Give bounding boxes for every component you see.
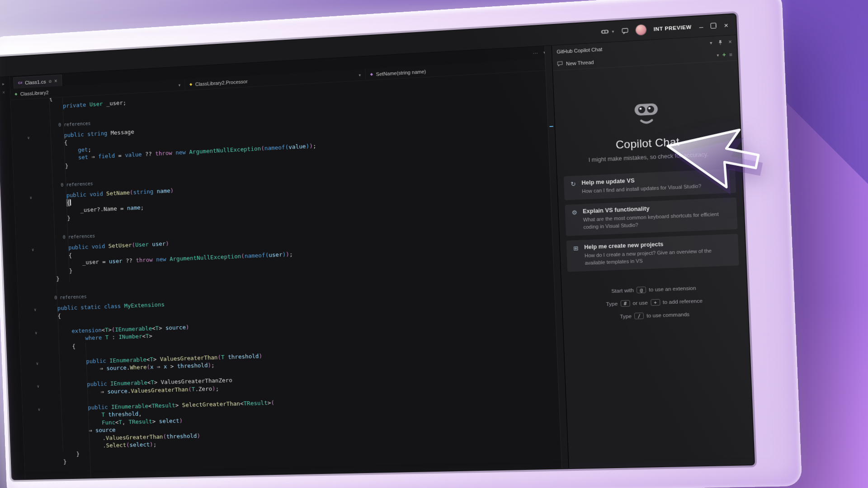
desktop-background: ▾ INT PREVIEW – × ▸ × xyxy=(0,0,868,488)
tab-close-icon[interactable]: × xyxy=(54,78,57,84)
fold-chevron-icon[interactable]: ∨ xyxy=(38,406,41,413)
breadcrumb-label: ClassLibrary2 xyxy=(20,89,49,96)
tab-overflow-icon[interactable]: ⋯ xyxy=(533,50,538,56)
hint-key-chip: / xyxy=(634,313,644,319)
hint-text: Type xyxy=(606,301,618,307)
code-editor[interactable]: { private User _user; 0 references∨ publ… xyxy=(11,70,569,479)
fold-chevron-icon[interactable]: ∨ xyxy=(36,360,39,367)
hint-text: to use an extension xyxy=(649,285,696,292)
breadcrumb-label: ClassLibrary2.Processor xyxy=(195,79,248,87)
input-hint: Type#or use+to add reference xyxy=(606,297,703,307)
fold-chevron-icon[interactable]: ∨ xyxy=(34,306,37,314)
fold-chevron-icon[interactable]: ∨ xyxy=(27,134,30,142)
copilot-hints: Start with@to use an extensionType#or us… xyxy=(562,283,748,322)
hint-text: or use xyxy=(632,300,648,306)
copilot-logo-icon xyxy=(630,100,663,128)
copilot-panel: GitHub Copilot Chat ▾ × New Thread xyxy=(552,35,754,468)
close-button[interactable]: × xyxy=(724,21,728,29)
fold-chevron-icon[interactable]: ∨ xyxy=(37,383,40,390)
project-icon: ◆ xyxy=(14,92,17,96)
fold-chevron-icon[interactable]: ∨ xyxy=(35,329,38,337)
minimize-button[interactable]: – xyxy=(699,22,703,30)
tab-label: Class1.cs xyxy=(25,79,46,85)
close-icon[interactable]: × xyxy=(728,38,732,45)
input-hint: Start with@to use an extension xyxy=(611,285,696,294)
monitor-frame: ▾ INT PREVIEW – × ▸ × xyxy=(0,0,802,488)
chevron-down-icon[interactable]: ▾ xyxy=(717,52,719,57)
screen: ▾ INT PREVIEW – × ▸ × xyxy=(0,13,755,480)
editor-group: C# Class1.cs ⊘ × ⋯ ▾ ◆ Clas xyxy=(10,46,569,479)
scrollbar-caret-marker xyxy=(550,126,553,127)
copilot-suggestion-card[interactable]: ⚙Explain VS functionalityWhat are the mo… xyxy=(565,197,737,236)
avatar[interactable] xyxy=(636,24,646,35)
history-icon[interactable]: ≡ xyxy=(729,52,732,57)
input-hint: Type/to use commands xyxy=(620,311,690,319)
shortcuts-icon: ⚙ xyxy=(571,209,578,217)
hint-text: Start with xyxy=(611,287,634,294)
code-lines: { private User _user; 0 references∨ publ… xyxy=(11,70,561,467)
expand-icon[interactable]: ▸ xyxy=(2,81,5,86)
window-controls: ▾ INT PREVIEW – × xyxy=(600,20,728,38)
hint-text: to add reference xyxy=(663,298,703,305)
copilot-suggestion-card[interactable]: ⊞Help me create new projectsHow do I cre… xyxy=(566,234,739,272)
hint-key-chip: + xyxy=(651,299,660,306)
fold-chevron-icon[interactable]: ∨ xyxy=(29,194,32,202)
feedback-icon[interactable] xyxy=(622,28,628,34)
hint-key-chip: @ xyxy=(637,286,646,293)
panel-title: GitHub Copilot Chat xyxy=(557,46,602,54)
maximize-icon xyxy=(711,23,717,28)
method-icon: ◆ xyxy=(370,72,373,76)
hint-key-chip: # xyxy=(620,300,630,307)
chevron-down-icon[interactable]: ▾ xyxy=(359,73,361,77)
chat-bubble-icon xyxy=(557,61,563,66)
fold-chevron-icon[interactable]: ∨ xyxy=(32,246,34,254)
preview-badge: INT PREVIEW xyxy=(653,24,691,32)
class-icon: ◆ xyxy=(189,82,192,86)
chevron-down-icon[interactable]: ▾ xyxy=(179,83,181,87)
window-body: ▸ × C# Class1.cs ⊘ × ⋯ ▾ xyxy=(0,35,754,479)
close-icon[interactable]: × xyxy=(2,90,5,95)
update-icon: ↻ xyxy=(569,180,577,188)
new-thread-icon[interactable]: + xyxy=(722,51,726,58)
csharp-file-icon: C# xyxy=(18,81,23,85)
copilot-badge-icon[interactable] xyxy=(601,29,609,35)
thread-tab[interactable]: New Thread xyxy=(566,59,594,66)
new-project-icon: ⊞ xyxy=(572,244,580,253)
maximize-button[interactable] xyxy=(711,22,717,30)
chevron-down-icon[interactable]: ▾ xyxy=(612,29,614,34)
pin-icon[interactable] xyxy=(718,39,723,45)
mouse-cursor xyxy=(662,121,769,197)
hint-text: to use commands xyxy=(646,311,689,318)
chevron-down-icon[interactable]: ▾ xyxy=(710,40,712,46)
breadcrumb-label: SetName(string name) xyxy=(376,69,426,77)
hint-text: Type xyxy=(620,314,632,319)
preview-tab-icon: ⊘ xyxy=(48,79,52,84)
